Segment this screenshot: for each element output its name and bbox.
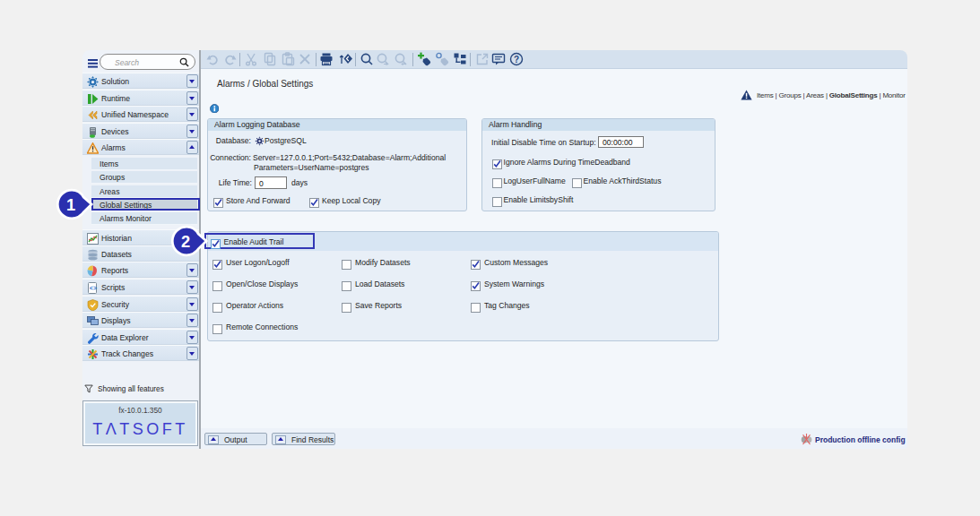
svg-text:1: 1	[66, 194, 75, 213]
svg-text:<>: <>	[90, 285, 97, 291]
svg-text:?: ?	[514, 55, 519, 64]
svg-text:2: 2	[181, 232, 190, 251]
